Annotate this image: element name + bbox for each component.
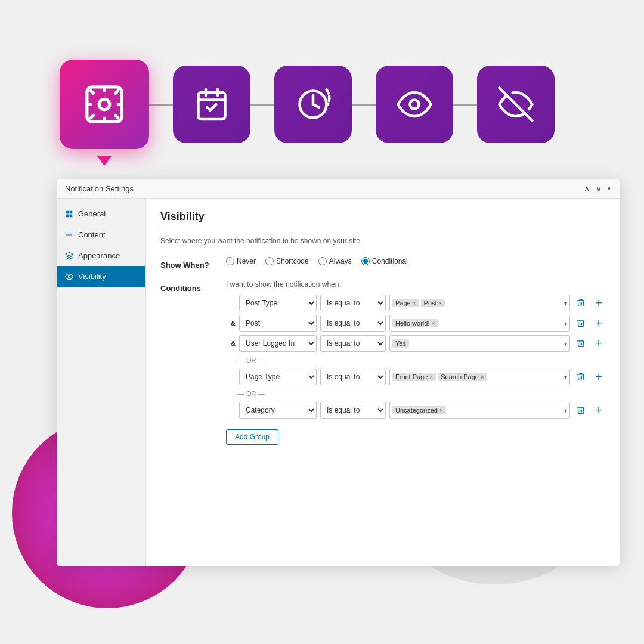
condition-row-3: & User Logged In Is equal to Yes ▾ — [226, 335, 606, 352]
icon-calendar[interactable] — [173, 66, 250, 143]
type-select-4[interactable]: Page Type — [239, 369, 317, 385]
eq-select-2[interactable]: Is equal to — [320, 315, 386, 332]
condition-group-2: Page Type Is equal to Front Page × Searc… — [226, 369, 606, 385]
tags-wrap-5[interactable]: Uncategorized × ▾ — [389, 402, 570, 419]
radio-shortcode-label: Shortcode — [276, 257, 309, 265]
eye-off-icon — [498, 86, 534, 122]
add-group-button[interactable]: Add Group — [226, 429, 278, 445]
add-btn-4[interactable]: + — [592, 370, 606, 384]
delete-btn-2[interactable] — [574, 316, 588, 330]
clock-icon — [295, 86, 331, 122]
condition-row-1: Post Type Is equal to Page × Post × ▾ — [226, 295, 606, 311]
tag-front-remove[interactable]: × — [429, 374, 433, 380]
add-btn-5[interactable]: + — [592, 403, 606, 417]
sidebar-general-label: General — [78, 209, 106, 218]
eq-select-3[interactable]: Is equal to — [320, 335, 386, 352]
eq-select-1[interactable]: Is equal to — [320, 295, 386, 311]
show-when-row: Show When? Never Shortcode A — [160, 257, 606, 270]
titlebar-up[interactable]: ∧ — [583, 184, 591, 193]
eq-select-4[interactable]: Is equal to — [320, 369, 386, 385]
tag-yes: Yes — [392, 339, 409, 348]
radio-shortcode-input[interactable] — [265, 257, 274, 265]
connector-4 — [453, 104, 477, 106]
show-when-label: Show When? — [160, 257, 226, 270]
tag-hello-remove[interactable]: × — [431, 320, 435, 327]
icon-eye-off[interactable] — [477, 66, 555, 143]
tags-wrap-4[interactable]: Front Page × Search Page × ▾ — [389, 369, 570, 385]
tag-page-remove[interactable]: × — [413, 300, 416, 306]
panel-title: Notification Settings — [65, 184, 134, 193]
tag-post-remove[interactable]: × — [439, 300, 442, 306]
or-divider-2: — OR — — [238, 390, 606, 397]
connector-2 — [250, 104, 274, 106]
appearance-icon — [65, 252, 73, 260]
eye-icon — [397, 86, 432, 122]
type-select-2[interactable]: Post — [239, 315, 317, 332]
delete-btn-1[interactable] — [574, 296, 588, 310]
settings-icon — [83, 83, 125, 125]
delete-btn-5[interactable] — [574, 403, 588, 417]
radio-conditional[interactable]: Conditional — [361, 257, 408, 265]
type-select-1[interactable]: Post Type — [239, 295, 317, 311]
trash-icon-4 — [576, 372, 586, 382]
radio-never-label: Never — [237, 257, 256, 265]
radio-always[interactable]: Always — [318, 257, 352, 265]
radio-never-input[interactable] — [226, 257, 234, 265]
icon-clock[interactable] — [274, 66, 352, 143]
calendar-icon — [194, 86, 230, 122]
trash-icon-2 — [576, 318, 586, 328]
add-btn-3[interactable]: + — [592, 336, 606, 351]
sidebar-item-visibility[interactable]: Visibility — [57, 266, 145, 287]
condition-row-5: Category Is equal to Uncategorized × ▾ — [226, 402, 606, 419]
tags-chevron-5: ▾ — [564, 407, 567, 414]
condition-group-1: Post Type Is equal to Page × Post × ▾ — [226, 295, 606, 352]
connector-1 — [149, 104, 173, 106]
main-content: Visibility Select where you want the not… — [146, 199, 620, 566]
section-desc: Select where you want the notification t… — [160, 237, 606, 245]
prefix-3: & — [226, 340, 236, 347]
tag-front-page: Front Page × — [392, 373, 436, 381]
tags-chevron-2: ▾ — [564, 320, 567, 327]
icon-eye[interactable] — [376, 66, 453, 143]
trash-icon-1 — [576, 298, 586, 308]
svg-rect-2 — [199, 92, 225, 119]
radio-shortcode[interactable]: Shortcode — [265, 257, 309, 265]
eq-select-5[interactable]: Is equal to — [320, 402, 386, 419]
type-select-3[interactable]: User Logged In — [239, 335, 317, 352]
radio-always-input[interactable] — [318, 257, 327, 265]
add-btn-1[interactable]: + — [592, 296, 606, 310]
tag-search-remove[interactable]: × — [481, 374, 484, 380]
titlebar-down[interactable]: ∨ — [595, 184, 603, 193]
svg-point-1 — [99, 99, 110, 110]
tags-wrap-2[interactable]: Hello world! × ▾ — [389, 315, 570, 332]
sidebar: General Content Appearance Visibilit — [57, 199, 146, 566]
tags-chevron-3: ▾ — [564, 340, 567, 347]
panel-titlebar: Notification Settings ∧ ∨ • — [57, 179, 620, 199]
sidebar-item-content[interactable]: Content — [57, 224, 145, 245]
tags-wrap-3[interactable]: Yes ▾ — [389, 335, 570, 352]
sidebar-item-appearance[interactable]: Appearance — [57, 245, 145, 266]
radio-conditional-input[interactable] — [361, 257, 370, 265]
tag-uncat-remove[interactable]: × — [439, 407, 443, 414]
panel-body: General Content Appearance Visibilit — [57, 199, 620, 566]
add-btn-2[interactable]: + — [592, 316, 606, 330]
condition-row-4: Page Type Is equal to Front Page × Searc… — [226, 369, 606, 385]
type-select-5[interactable]: Category — [239, 402, 317, 419]
icon-settings[interactable] — [60, 60, 149, 149]
titlebar-controls: ∧ ∨ • — [583, 184, 612, 193]
trash-icon-5 — [576, 405, 586, 415]
delete-btn-4[interactable] — [574, 370, 588, 384]
prefix-2: & — [226, 320, 236, 327]
sidebar-item-general[interactable]: General — [57, 203, 145, 224]
titlebar-more[interactable]: • — [606, 184, 612, 193]
delete-btn-3[interactable] — [574, 336, 588, 351]
radio-never[interactable]: Never — [226, 257, 256, 265]
icon-row — [60, 60, 555, 149]
general-icon — [65, 210, 73, 218]
section-title: Visibility — [160, 210, 606, 223]
tags-wrap-1[interactable]: Page × Post × ▾ — [389, 295, 570, 311]
tag-uncategorized: Uncategorized × — [392, 406, 446, 414]
or-divider-1: — OR — — [238, 357, 606, 364]
section-divider — [160, 227, 606, 227]
tag-page: Page × — [392, 299, 419, 307]
